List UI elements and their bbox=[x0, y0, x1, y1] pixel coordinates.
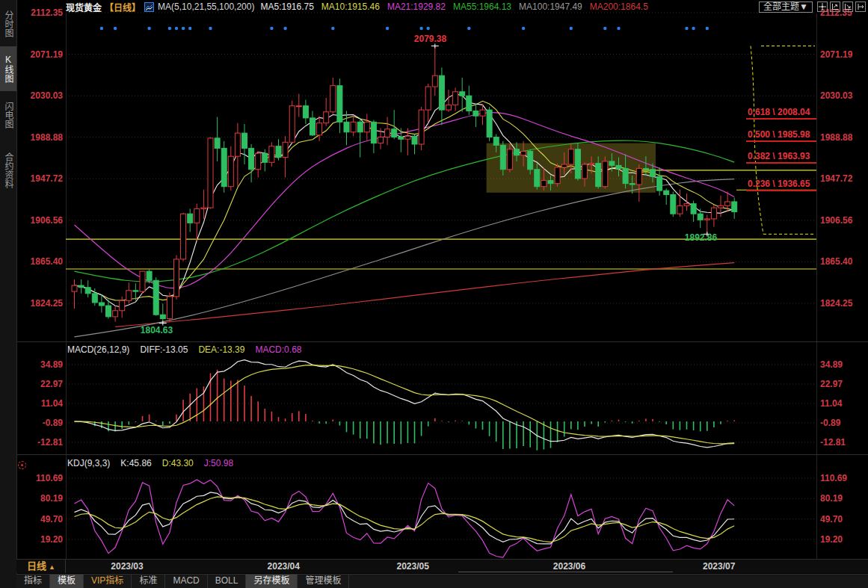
bottom-tab-6[interactable]: 另存模板 bbox=[246, 575, 298, 588]
candle bbox=[126, 291, 132, 301]
event-dot[interactable] bbox=[386, 27, 389, 30]
event-dot[interactable] bbox=[175, 27, 178, 30]
candle bbox=[99, 303, 104, 306]
macd-diff-value: DIFF:-13.05 bbox=[140, 344, 188, 355]
macd-axis-label: -12.81 bbox=[820, 437, 864, 448]
sidebar-tab-0[interactable]: 分时图 bbox=[0, 3, 16, 45]
macd-dea-line bbox=[75, 365, 735, 444]
event-dot[interactable] bbox=[188, 27, 191, 30]
bottom-tab-3[interactable]: 标准 bbox=[132, 575, 165, 588]
fib-level-label[interactable]: 0.236 \ 1936.65 bbox=[746, 179, 816, 191]
candle bbox=[548, 181, 553, 184]
bottom-tab-1[interactable]: 模板 bbox=[50, 575, 84, 588]
fib-level-label[interactable]: 0.618 \ 2008.04 bbox=[746, 107, 816, 120]
fib-level-label[interactable]: 0.382 \ 1963.93 bbox=[746, 151, 816, 164]
candle bbox=[419, 110, 424, 144]
kdj-axis-label: 80.19 bbox=[19, 493, 63, 504]
sidebar-tab-2[interactable]: 闪电图 bbox=[0, 93, 16, 137]
candle bbox=[412, 136, 417, 144]
candle bbox=[568, 149, 573, 164]
event-dot[interactable] bbox=[570, 27, 573, 30]
bottom-tab-7[interactable]: 管理模板 bbox=[298, 575, 349, 588]
chart-canvas[interactable] bbox=[0, 0, 868, 588]
bottom-tab-4[interactable]: MACD bbox=[165, 575, 207, 588]
pan-icon[interactable] bbox=[817, 1, 828, 12]
macd-axis-label: 34.89 bbox=[19, 359, 63, 370]
candle bbox=[650, 170, 656, 176]
candle bbox=[330, 86, 336, 112]
kdj-axis-label: 19.20 bbox=[820, 534, 864, 545]
event-dot[interactable] bbox=[114, 27, 117, 30]
macd-axis-label: -12.81 bbox=[19, 437, 63, 448]
candle bbox=[85, 288, 90, 294]
left-sidebar: 分时图K线图闪电图合约资料 bbox=[0, 0, 17, 588]
candle bbox=[467, 96, 472, 111]
bottom-tab-bar: 指标模板VIP指标标准MACDBOLL另存模板管理模板 bbox=[16, 574, 868, 588]
candle bbox=[344, 122, 349, 132]
event-dot[interactable] bbox=[331, 27, 334, 30]
macd-axis-label: 22.97 bbox=[19, 379, 63, 389]
price-axis-label: 1988.88 bbox=[820, 132, 864, 143]
candle bbox=[684, 204, 689, 206]
kdj-axis-label: 110.69 bbox=[19, 473, 63, 483]
bottom-tab-0[interactable]: 指标 bbox=[16, 575, 50, 588]
event-dot[interactable] bbox=[617, 27, 620, 30]
event-dot[interactable] bbox=[522, 27, 525, 30]
event-dot[interactable] bbox=[427, 27, 430, 30]
candle bbox=[589, 164, 594, 164]
kdj-alert-icon[interactable] bbox=[18, 461, 26, 469]
symbol-name: 现货黄金 bbox=[66, 1, 102, 13]
sidebar-tab-1[interactable]: K线图 bbox=[0, 46, 16, 91]
sidebar-tab-3[interactable]: 合约资料 bbox=[0, 140, 16, 200]
candle bbox=[398, 137, 404, 140]
fit-height-icon[interactable] bbox=[843, 1, 853, 12]
fib-level-label[interactable]: 0.500 \ 1985.98 bbox=[746, 129, 816, 142]
bottom-tab-5[interactable]: BOLL bbox=[208, 575, 247, 588]
date-tick: 2023/04 bbox=[268, 561, 300, 572]
candle bbox=[446, 105, 452, 110]
event-dot[interactable] bbox=[100, 27, 103, 30]
candle bbox=[521, 151, 526, 155]
candle bbox=[575, 149, 580, 179]
candle bbox=[460, 92, 465, 96]
macd-axis-label: 11.04 bbox=[19, 398, 63, 409]
event-dot[interactable] bbox=[147, 27, 150, 30]
event-dot[interactable] bbox=[467, 27, 470, 30]
event-dot[interactable] bbox=[685, 27, 688, 30]
event-dot[interactable] bbox=[419, 27, 422, 30]
ma-value-4: MA100:1947.49 bbox=[519, 1, 582, 12]
candle bbox=[671, 195, 676, 214]
price-axis-label: 1947.72 bbox=[19, 173, 63, 184]
candle bbox=[603, 161, 608, 187]
candle bbox=[439, 75, 444, 110]
macd-macd-value: MACD:0.68 bbox=[255, 344, 301, 355]
event-dot[interactable] bbox=[270, 27, 273, 30]
candle bbox=[324, 112, 329, 123]
candle bbox=[541, 181, 547, 187]
candle bbox=[133, 291, 138, 291]
event-dot[interactable] bbox=[283, 27, 286, 30]
period-selector[interactable]: 日线▲ bbox=[17, 560, 66, 573]
scroll-indicator[interactable] bbox=[458, 572, 673, 572]
trading-app-window: 分时图K线图闪电图合约资料 现货黄金 【日线】 MA(5,10,21,55,10… bbox=[0, 0, 868, 588]
bottom-tab-2[interactable]: VIP指标 bbox=[84, 575, 132, 588]
fit-width-icon[interactable] bbox=[830, 1, 840, 12]
candle bbox=[487, 110, 492, 137]
event-dot[interactable] bbox=[603, 27, 606, 30]
event-dot[interactable] bbox=[168, 27, 171, 30]
event-dot[interactable] bbox=[182, 27, 185, 30]
themes-dropdown-button[interactable]: 全部主题▼ bbox=[759, 1, 813, 13]
candle bbox=[72, 285, 77, 291]
event-dot[interactable] bbox=[692, 27, 695, 30]
candle bbox=[140, 271, 145, 291]
period-tag: 【日线】 bbox=[105, 1, 141, 13]
candle bbox=[235, 133, 240, 156]
price-axis-label: 1906.56 bbox=[820, 215, 864, 226]
kdj-j-value: J:50.98 bbox=[204, 458, 233, 468]
ma-value-2: MA21:1929.82 bbox=[387, 1, 446, 12]
candle bbox=[480, 110, 485, 116]
shift-right-icon[interactable] bbox=[855, 1, 866, 12]
event-dot[interactable] bbox=[706, 27, 709, 30]
event-dot[interactable] bbox=[209, 27, 212, 30]
candle bbox=[561, 164, 567, 167]
